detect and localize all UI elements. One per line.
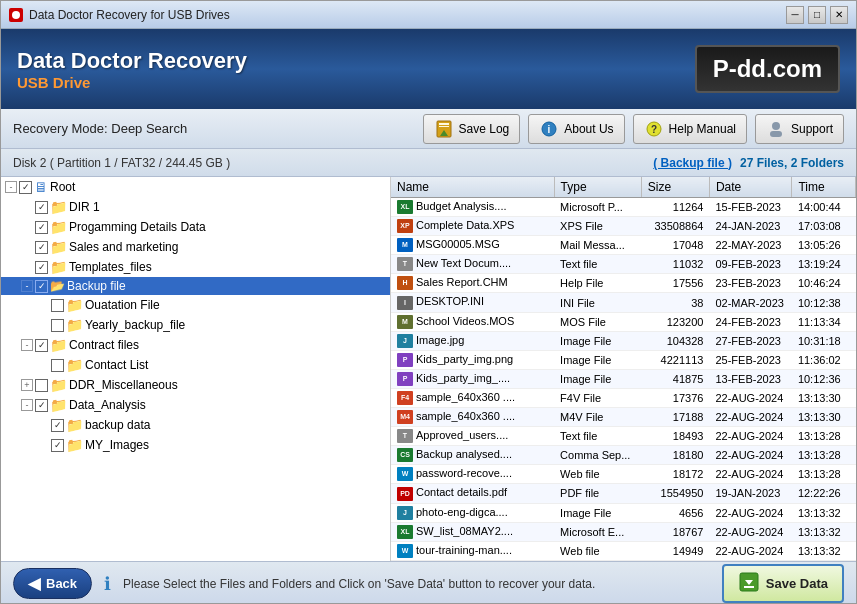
col-header-type[interactable]: Type [554,177,641,198]
folder-icon-analysis: 📁 [50,397,67,413]
col-header-date[interactable]: Date [709,177,791,198]
table-row[interactable]: XLBudget Analysis.... Microsoft P... 112… [391,198,856,217]
tree-item-contract[interactable]: - ✓ 📁 Contract files [1,335,390,355]
expand-contract[interactable]: - [21,339,33,351]
expand-backup[interactable]: - [21,280,33,292]
table-row[interactable]: PDContact details.pdf PDF file 1554950 1… [391,484,856,503]
table-row[interactable]: TApproved_users.... Text file 18493 22-A… [391,427,856,446]
expand-root[interactable]: - [5,181,17,193]
table-row[interactable]: IDESKTOP.INI INI File 38 02-MAR-2023 10:… [391,293,856,312]
checkbox-yearly[interactable] [51,319,64,332]
table-row[interactable]: MSchool Videos.MOS MOS File 123200 24-FE… [391,312,856,331]
tree-item-ddr[interactable]: + 📁 DDR_Miscellaneous [1,375,390,395]
checkbox-ouat[interactable] [51,299,64,312]
checkbox-root[interactable]: ✓ [19,181,32,194]
support-icon [766,119,786,139]
tree-item-backupdata[interactable]: ✓ 📁 backup data [1,415,390,435]
table-row[interactable]: MMSG00005.MSG Mail Messa... 17048 22-MAY… [391,236,856,255]
checkbox-prog[interactable]: ✓ [35,221,48,234]
tree-item-analysis[interactable]: - ✓ 📁 Data_Analysis [1,395,390,415]
table-row[interactable]: XPComplete Data.XPS XPS File 33508864 24… [391,217,856,236]
file-time: 13:19:24 [792,255,856,274]
col-header-size[interactable]: Size [641,177,709,198]
support-button[interactable]: Support [755,114,844,144]
expand-ddr[interactable]: + [21,379,33,391]
file-name: PKids_party_img_.... [391,369,554,388]
checkbox-analysis[interactable]: ✓ [35,399,48,412]
file-date: 22-AUG-2024 [709,388,791,407]
checkbox-myimages[interactable]: ✓ [51,439,64,452]
file-type: Text file [554,427,641,446]
file-type: Image File [554,331,641,350]
checkbox-ddr[interactable] [35,379,48,392]
tree-item-prog[interactable]: ✓ 📁 Progamming Details Data [1,217,390,237]
table-row[interactable]: PKids_party_img_.... Image File 41875 13… [391,369,856,388]
checkbox-templates[interactable]: ✓ [35,261,48,274]
file-type: Microsoft E... [554,522,641,541]
file-name: Wtour-training-man.... [391,541,554,560]
tree-item-ouat[interactable]: 📁 Ouatation File [1,295,390,315]
file-name: XLSW_list_08MAY2.... [391,522,554,541]
tree-item-backup[interactable]: - ✓ 📂 Backup file [1,277,390,295]
expand-analysis[interactable]: - [21,399,33,411]
file-size: 4656 [641,503,709,522]
table-row[interactable]: JImage.jpg Image File 104328 27-FEB-2023… [391,331,856,350]
tree-item-yearly[interactable]: 📁 Yearly_backup_file [1,315,390,335]
table-row[interactable]: HSales Report.CHM Help File 17556 23-FEB… [391,274,856,293]
file-type: Image File [554,369,641,388]
table-row[interactable]: CSBackup analysed.... Comma Sep... 18180… [391,446,856,465]
file-size: 18180 [641,446,709,465]
file-size: 33508864 [641,217,709,236]
backup-file-link[interactable]: ( Backup file ) [653,156,732,170]
expand-spacer5 [37,299,49,311]
checkbox-contact[interactable] [51,359,64,372]
checkbox-dir1[interactable]: ✓ [35,201,48,214]
about-us-icon: i [539,119,559,139]
tree-item-root[interactable]: - ✓ 🖥 Root [1,177,390,197]
svg-rect-13 [744,586,754,588]
table-row[interactable]: TNew Text Docum.... Text file 11032 09-F… [391,255,856,274]
tree-item-contact[interactable]: 📁 Contact List [1,355,390,375]
table-row[interactable]: PKids_party_img.png Image File 4221113 2… [391,350,856,369]
save-log-button[interactable]: Save Log [423,114,521,144]
expand-spacer8 [37,419,49,431]
close-button[interactable]: ✕ [830,6,848,24]
svg-text:?: ? [651,124,657,135]
file-date: 27-FEB-2023 [709,331,791,350]
file-time: 13:13:32 [792,522,856,541]
file-size: 38 [641,293,709,312]
about-us-button[interactable]: i About Us [528,114,624,144]
table-row[interactable]: XLSW_list_08MAY2.... Microsoft E... 1876… [391,522,856,541]
save-data-label: Save Data [766,576,828,591]
checkbox-contract[interactable]: ✓ [35,339,48,352]
folder-icon-backup: 📂 [50,279,65,293]
file-name: XLBudget Analysis.... [391,198,554,217]
table-row[interactable]: Wpassword-recove.... Web file 18172 22-A… [391,465,856,484]
col-header-time[interactable]: Time [792,177,856,198]
file-date: 25-FEB-2023 [709,350,791,369]
table-row[interactable]: M4sample_640x360 .... M4V File 17188 22-… [391,408,856,427]
tree-item-templates[interactable]: ✓ 📁 Templates_files [1,257,390,277]
maximize-button[interactable]: □ [808,6,826,24]
tree-item-sales[interactable]: ✓ 📁 Sales and marketing [1,237,390,257]
save-data-icon [738,571,760,596]
table-row[interactable]: Wtour-training-man.... Web file 14949 22… [391,541,856,560]
help-manual-button[interactable]: ? Help Manual [633,114,747,144]
checkbox-sales[interactable]: ✓ [35,241,48,254]
col-header-name[interactable]: Name [391,177,554,198]
window-controls[interactable]: ─ □ ✕ [786,6,848,24]
checkbox-backup[interactable]: ✓ [35,280,48,293]
table-row[interactable]: Jphoto-eng-digca.... Image File 4656 22-… [391,503,856,522]
minimize-button[interactable]: ─ [786,6,804,24]
tree-panel: - ✓ 🖥 Root ✓ 📁 DIR 1 ✓ 📁 Progamming Deta… [1,177,391,561]
file-type: MOS File [554,312,641,331]
save-data-button[interactable]: Save Data [722,564,844,603]
table-row[interactable]: F4sample_640x360 .... F4V File 17376 22-… [391,388,856,407]
tree-item-dir1[interactable]: ✓ 📁 DIR 1 [1,197,390,217]
checkbox-backupdata[interactable]: ✓ [51,419,64,432]
app-subtitle: USB Drive [17,74,247,91]
support-label: Support [791,122,833,136]
tree-item-myimages[interactable]: ✓ 📁 MY_Images [1,435,390,455]
recovery-mode-label: Recovery Mode: Deep Search [13,121,415,136]
back-button[interactable]: ◀ Back [13,568,92,599]
